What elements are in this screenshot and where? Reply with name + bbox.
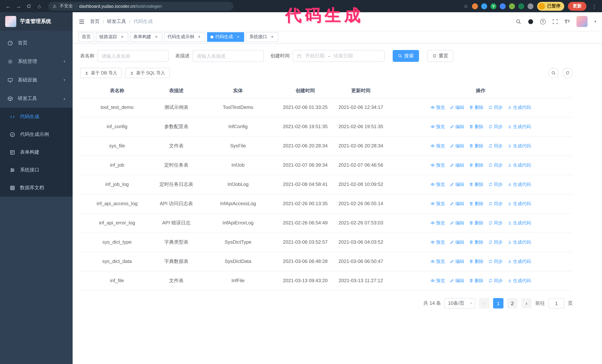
delete-action[interactable]: 删除	[469, 123, 484, 131]
sync-action[interactable]: 同步	[488, 219, 503, 227]
tab-close-icon[interactable]: ×	[270, 34, 275, 40]
breadcrumb-item[interactable]: 研发工具	[107, 18, 126, 25]
goto-page-input[interactable]	[549, 298, 564, 308]
home-icon[interactable]: ⌂	[35, 2, 44, 10]
reload-icon[interactable]	[24, 2, 33, 10]
extension-icon-4[interactable]	[500, 3, 506, 9]
preview-action[interactable]: 预览	[430, 258, 445, 266]
generate-code-action[interactable]: 生成代码	[507, 162, 531, 169]
generate-code-action[interactable]: 生成代码	[507, 258, 531, 266]
edit-action[interactable]: 编辑	[450, 123, 464, 131]
generate-code-action[interactable]: 生成代码	[507, 239, 531, 246]
generate-code-action[interactable]: 生成代码	[507, 200, 531, 208]
hamburger-icon[interactable]	[78, 18, 85, 25]
avatar-caret-icon[interactable]: ▾	[594, 20, 596, 23]
tab-close-icon[interactable]: ×	[197, 34, 202, 40]
sync-action[interactable]: 同步	[488, 277, 503, 285]
tab-close-icon[interactable]: ×	[120, 34, 125, 40]
sidebar-item-system[interactable]: 系统管理 ▾	[0, 52, 73, 71]
github-icon[interactable]	[528, 19, 533, 24]
tab-codegen[interactable]: 代码生成×	[207, 32, 244, 42]
delete-action[interactable]: 删除	[469, 277, 484, 285]
font-size-icon[interactable]: TT	[565, 19, 570, 24]
sidebar-item-system-api[interactable]: 系统接口	[0, 161, 73, 179]
extension-icon-6[interactable]	[518, 3, 524, 9]
preview-action[interactable]: 预览	[430, 239, 445, 246]
sidebar-item-infra[interactable]: 基础设施 ▾	[0, 71, 73, 89]
tab-close-icon[interactable]: ×	[236, 34, 241, 40]
browser-menu-icon[interactable]: ⋮	[590, 3, 598, 9]
delete-action[interactable]: 删除	[469, 142, 484, 150]
preview-action[interactable]: 预览	[430, 142, 445, 150]
delete-action[interactable]: 删除	[469, 200, 484, 208]
address-bar[interactable]: ⚠ 不安全 dashboard.yudao.iocoder.cn/tool/co…	[48, 2, 233, 10]
generate-code-action[interactable]: 生成代码	[507, 142, 531, 150]
security-label[interactable]: 不安全	[60, 3, 73, 9]
page-button-2[interactable]: 2	[507, 298, 517, 308]
edit-action[interactable]: 编辑	[450, 142, 464, 150]
edit-action[interactable]: 编辑	[450, 239, 464, 246]
edit-action[interactable]: 编辑	[450, 181, 464, 188]
extension-icon-2[interactable]	[481, 3, 487, 9]
sync-action[interactable]: 同步	[488, 181, 503, 188]
sidebar-item-codegen-example[interactable]: 代码生成示例	[0, 125, 73, 143]
sync-action[interactable]: 同步	[488, 104, 503, 112]
sidebar-item-codegen[interactable]: 代码生成	[0, 108, 73, 125]
sync-action[interactable]: 同步	[488, 162, 503, 169]
search-button[interactable]: 搜索	[393, 50, 419, 62]
tab-system-api[interactable]: 系统接口×	[246, 32, 278, 42]
update-button[interactable]: 更新	[568, 2, 586, 10]
sidebar-item-form-builder[interactable]: 表单构建	[0, 143, 73, 161]
tab-close-icon[interactable]: ×	[154, 34, 159, 40]
date-range-input[interactable]: 开始日期 - 结束日期	[293, 50, 385, 62]
sync-action[interactable]: 同步	[488, 123, 503, 131]
delete-action[interactable]: 删除	[469, 162, 484, 169]
page-size-select[interactable]: 10条/页▾	[445, 298, 475, 308]
extension-icon-3[interactable]: V	[491, 3, 496, 9]
tab-codegen-example[interactable]: 代码生成示例×	[164, 32, 205, 42]
back-icon[interactable]: ←	[4, 2, 13, 10]
sync-action[interactable]: 同步	[488, 142, 503, 150]
toggle-search-button[interactable]	[548, 68, 559, 78]
preview-action[interactable]: 预览	[430, 200, 445, 208]
preview-action[interactable]: 预览	[430, 162, 445, 169]
table-desc-input[interactable]	[193, 50, 264, 62]
page-button-1[interactable]: 1	[493, 298, 504, 308]
tab-tracing[interactable]: 链路追踪×	[96, 32, 128, 42]
preview-action[interactable]: 预览	[430, 277, 445, 285]
sync-action[interactable]: 同步	[488, 200, 503, 208]
tab-home[interactable]: 首页	[78, 32, 94, 42]
delete-action[interactable]: 删除	[469, 219, 484, 227]
tab-form-builder[interactable]: 表单构建×	[130, 32, 162, 42]
edit-action[interactable]: 编辑	[450, 200, 464, 208]
edit-action[interactable]: 编辑	[450, 162, 464, 169]
edit-action[interactable]: 编辑	[450, 258, 464, 266]
delete-action[interactable]: 删除	[469, 181, 484, 188]
forward-icon[interactable]: →	[14, 2, 23, 10]
profile-paused-badge[interactable]: 已暂停	[537, 2, 564, 10]
bookmark-star-icon[interactable]: ☆	[464, 3, 468, 9]
search-icon[interactable]	[516, 19, 521, 24]
preview-action[interactable]: 预览	[430, 123, 445, 131]
fullscreen-icon[interactable]	[552, 19, 558, 24]
import-sql-button[interactable]: 基于 SQL 导入	[125, 68, 170, 78]
extension-icon-1[interactable]	[472, 3, 478, 9]
delete-action[interactable]: 删除	[469, 239, 484, 246]
sidebar-item-db-docs[interactable]: 数据库文档	[0, 179, 73, 197]
sync-action[interactable]: 同步	[488, 258, 503, 266]
edit-action[interactable]: 编辑	[450, 277, 464, 285]
preview-action[interactable]: 预览	[430, 219, 445, 227]
refresh-table-button[interactable]	[562, 68, 573, 78]
sidebar-item-home[interactable]: 首页	[0, 34, 73, 52]
reset-button[interactable]: 重置	[427, 50, 453, 62]
help-icon[interactable]: ?	[540, 19, 546, 24]
extension-icon-5[interactable]	[509, 3, 515, 9]
generate-code-action[interactable]: 生成代码	[507, 219, 531, 227]
preview-action[interactable]: 预览	[430, 181, 445, 188]
extension-icon-7[interactable]	[527, 3, 533, 9]
table-name-input[interactable]	[97, 50, 169, 62]
edit-action[interactable]: 编辑	[450, 104, 464, 112]
generate-code-action[interactable]: 生成代码	[507, 277, 531, 285]
edit-action[interactable]: 编辑	[450, 219, 464, 227]
prev-page-button[interactable]: ‹	[479, 298, 489, 308]
